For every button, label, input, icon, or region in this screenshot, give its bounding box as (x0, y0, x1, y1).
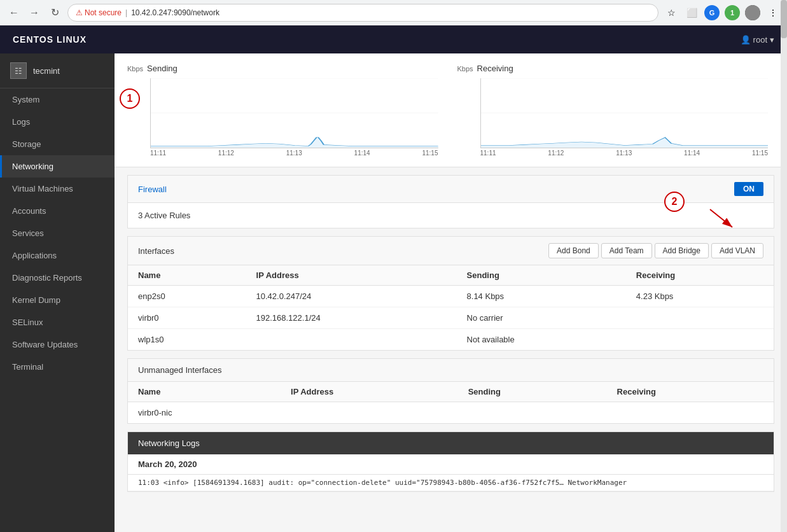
add-vlan-button[interactable]: Add VLAN (711, 243, 763, 258)
firewall-toggle[interactable]: ON (734, 182, 763, 196)
firewall-link[interactable]: Firewall (138, 185, 167, 194)
receiving-kbps-label: Kbps (457, 65, 473, 73)
warning-icon: ⚠ (76, 8, 83, 17)
main-area: ☷ tecmint System Logs Storage Networking… (0, 53, 787, 532)
sidebar: ☷ tecmint System Logs Storage Networking… (0, 53, 115, 532)
sending-chart: Kbps Sending 800 400 0 (127, 64, 445, 157)
profile-avatar[interactable] (745, 5, 760, 20)
scrollbar-track[interactable] (781, 53, 787, 532)
interfaces-header: Interfaces Add Bond Add Team Add Bridge … (128, 237, 774, 265)
url-text: 10.42.0.247:9090/network (131, 8, 219, 17)
col-sending: Sending (457, 265, 626, 286)
user-label: root (753, 35, 767, 45)
firewall-body: 3 Active Rules 2 (128, 203, 774, 228)
receiving-x-labels: 11:11 11:12 11:13 11:14 11:15 (480, 150, 769, 157)
sidebar-item-kernel-dump[interactable]: Kernel Dump (0, 289, 115, 311)
ucol-sending: Sending (458, 382, 607, 402)
sending-chart-area (150, 78, 438, 148)
ucol-receiving: Receiving (607, 382, 774, 402)
logs-date: March 20, 2020 (128, 454, 774, 475)
screenshot-icon[interactable]: ⬜ (684, 5, 699, 20)
row-receiving: 4.23 Kbps (626, 286, 774, 307)
sidebar-nav: System Logs Storage Networking Virtual M… (0, 88, 115, 532)
row-name: enp2s0 (128, 286, 246, 307)
row-ip: 192.168.122.1/24 (246, 307, 457, 329)
networking-logs-section: Networking Logs March 20, 2020 11:03 <in… (127, 431, 774, 492)
receiving-chart-wrapper: 800 400 0 (480, 78, 769, 157)
content-inner: 1 Kbps Sending 800 400 (115, 53, 787, 492)
urow-receiving (607, 402, 774, 424)
table-row[interactable]: wlp1s0 Not available (128, 329, 774, 351)
add-team-button[interactable]: Add Team (601, 243, 652, 258)
sidebar-item-accounts[interactable]: Accounts (0, 200, 115, 222)
bookmark-icon[interactable]: ☆ (664, 5, 679, 20)
sidebar-item-system[interactable]: System (0, 88, 115, 111)
not-secure-indicator: ⚠ Not secure (76, 8, 122, 17)
svg-line-7 (710, 209, 732, 227)
sidebar-item-services[interactable]: Services (0, 222, 115, 244)
active-rules-text: 3 Active Rules (138, 211, 190, 220)
interfaces-table: Name IP Address Sending Receiving enp2s0… (128, 265, 774, 350)
hostname: tecmint (33, 66, 60, 76)
firewall-section: Firewall ON 3 Active Rules 2 (127, 175, 774, 228)
row-name: wlp1s0 (128, 329, 246, 351)
unmanaged-interfaces-section: Unmanaged Interfaces Name IP Address Sen… (127, 358, 774, 424)
log-entry: 11:03 <info> [1584691394.1683] audit: op… (128, 475, 774, 491)
row-sending: Not available (457, 329, 626, 351)
browser-bar: ← → ↻ ⚠ Not secure | 10.42.0.247:9090/ne… (0, 0, 787, 25)
sidebar-item-networking[interactable]: Networking (0, 155, 115, 178)
sending-x-labels: 11:11 11:12 11:13 11:14 11:15 (150, 150, 438, 157)
forward-button[interactable]: → (27, 5, 42, 20)
table-row[interactable]: enp2s0 10.42.0.247/24 8.14 Kbps 4.23 Kbp… (128, 286, 774, 307)
address-bar[interactable]: ⚠ Not secure | 10.42.0.247:9090/network (67, 4, 658, 22)
extension2-icon[interactable]: 1 (725, 5, 740, 20)
extension-icon[interactable]: G (704, 5, 720, 20)
sending-chart-wrapper: 800 400 0 (150, 78, 438, 157)
sending-kbps-label: Kbps (127, 65, 143, 73)
row-receiving (626, 307, 774, 329)
sidebar-host: ☷ tecmint (0, 53, 115, 88)
sidebar-item-diagnostic-reports[interactable]: Diagnostic Reports (0, 267, 115, 289)
firewall-header: Firewall ON (128, 176, 774, 203)
sidebar-item-selinux[interactable]: SELinux (0, 311, 115, 333)
sidebar-item-storage[interactable]: Storage (0, 133, 115, 155)
reload-button[interactable]: ↻ (47, 5, 62, 20)
row-ip: 10.42.0.247/24 (246, 286, 457, 307)
app-title: CENTOS LINUX (13, 34, 87, 45)
sidebar-item-logs[interactable]: Logs (0, 111, 115, 133)
urow-ip (281, 402, 458, 424)
browser-icons: ☆ ⬜ G 1 ⋮ (664, 5, 781, 20)
add-bond-button[interactable]: Add Bond (548, 243, 599, 258)
urow-sending (458, 402, 607, 424)
add-bridge-button[interactable]: Add Bridge (655, 243, 709, 258)
sending-title: Sending (147, 64, 178, 73)
host-icon: ☷ (10, 62, 27, 79)
table-row[interactable]: virbr0 192.168.122.1/24 No carrier (128, 307, 774, 329)
receiving-chart-svg (481, 78, 769, 148)
row-sending: 8.14 Kbps (457, 286, 626, 307)
sending-chart-svg (151, 78, 438, 148)
unmanaged-header: Unmanaged Interfaces (128, 359, 774, 382)
user-menu[interactable]: 👤 root ▾ (741, 35, 774, 45)
row-sending: No carrier (457, 307, 626, 329)
menu-icon[interactable]: ⋮ (765, 5, 781, 20)
col-receiving: Receiving (626, 265, 774, 286)
urow-name: virbr0-nic (128, 402, 281, 424)
ucol-name: Name (128, 382, 281, 402)
receiving-chart-area (480, 78, 769, 148)
interfaces-title: Interfaces (138, 246, 174, 256)
sidebar-item-terminal[interactable]: Terminal (0, 356, 115, 378)
charts-section: 1 Kbps Sending 800 400 (115, 53, 787, 167)
table-row[interactable]: virbr0-nic (128, 402, 774, 424)
ucol-ip: IP Address (281, 382, 458, 402)
top-bar: CENTOS LINUX 👤 root ▾ (0, 25, 787, 53)
back-button[interactable]: ← (6, 5, 22, 20)
sidebar-item-applications[interactable]: Applications (0, 244, 115, 267)
col-ip: IP Address (246, 265, 457, 286)
sidebar-item-software-updates[interactable]: Software Updates (0, 333, 115, 356)
logs-header: Networking Logs (128, 432, 774, 454)
interfaces-section: Interfaces Add Bond Add Team Add Bridge … (127, 236, 774, 351)
interfaces-btn-group: Add Bond Add Team Add Bridge Add VLAN (548, 243, 763, 258)
sidebar-item-virtual-machines[interactable]: Virtual Machines (0, 178, 115, 200)
receiving-chart: Kbps Receiving 800 400 0 (457, 64, 775, 157)
